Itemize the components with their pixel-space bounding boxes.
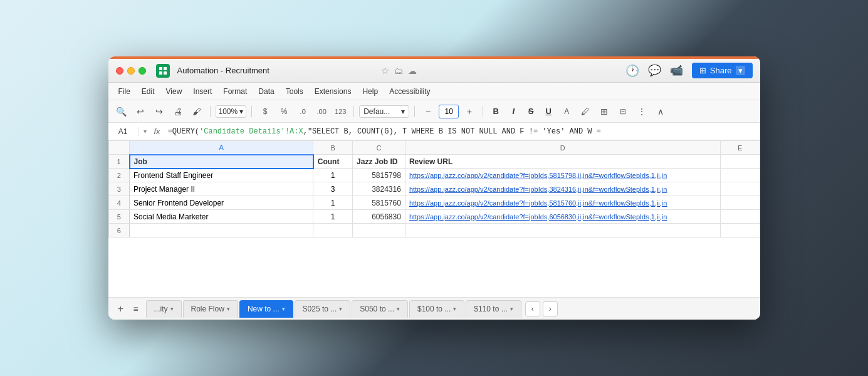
history-icon[interactable]: 🕐 xyxy=(625,64,639,78)
font-size-input[interactable]: 10 xyxy=(439,105,459,118)
cell-b4[interactable]: 1 xyxy=(313,196,353,210)
cell-e4[interactable] xyxy=(720,196,760,210)
menu-help[interactable]: Help xyxy=(357,85,383,98)
cell-b6[interactable] xyxy=(313,224,353,238)
sheet-tab-s025[interactable]: S025 to ... ▾ xyxy=(295,300,351,318)
tab-next-button[interactable]: › xyxy=(543,301,558,316)
text-color-btn[interactable]: A xyxy=(558,103,575,120)
cell-e5[interactable] xyxy=(720,210,760,224)
minimize-button[interactable] xyxy=(127,67,135,75)
menu-accessibility[interactable]: Accessibility xyxy=(384,85,435,98)
percent-btn[interactable]: % xyxy=(276,103,292,120)
tab-prev-button[interactable]: ‹ xyxy=(525,301,540,316)
cell-b5[interactable]: 1 xyxy=(313,210,353,224)
sheet-tab-roleflow[interactable]: Role Flow ▾ xyxy=(183,300,238,318)
print-btn[interactable]: 🖨 xyxy=(170,103,186,120)
menu-data[interactable]: Data xyxy=(253,85,279,98)
cell-a6[interactable] xyxy=(130,224,313,238)
folder-icon[interactable]: 🗂 xyxy=(394,66,403,76)
tab-label-s050: S050 to ... xyxy=(360,305,394,313)
col-header-e[interactable]: E xyxy=(720,141,760,155)
col-header-c[interactable]: C xyxy=(353,141,405,155)
add-sheet-button[interactable]: + xyxy=(113,301,128,316)
star-icon[interactable]: ☆ xyxy=(381,65,389,76)
cell-d5[interactable]: https://app.jazz.co/app/v2/candidate?f=j… xyxy=(405,210,720,224)
cell-d2[interactable]: https://app.jazz.co/app/v2/candidate?f=j… xyxy=(405,169,720,182)
col-header-d[interactable]: D xyxy=(405,141,720,155)
menu-view[interactable]: View xyxy=(161,85,187,98)
italic-btn[interactable]: I xyxy=(506,104,521,119)
underline-btn[interactable]: U xyxy=(541,104,556,119)
cell-b1[interactable]: Count xyxy=(313,155,353,169)
sheet-tab-100[interactable]: $100 to ... ▾ xyxy=(409,300,464,318)
cell-d6[interactable] xyxy=(405,224,720,238)
col-header-a[interactable]: A xyxy=(130,141,313,155)
search-btn[interactable]: 🔍 xyxy=(113,103,130,120)
redo-btn[interactable]: ↪ xyxy=(151,103,167,120)
sheet-tab-newto[interactable]: New to ... ▾ xyxy=(239,300,293,318)
comment-icon[interactable]: 💬 xyxy=(648,64,661,77)
cell-c3[interactable]: 3824316 xyxy=(353,182,405,196)
paint-format-btn[interactable]: 🖌 xyxy=(189,103,205,120)
cell-a1[interactable]: Job xyxy=(130,155,313,169)
cell-b2[interactable]: 1 xyxy=(313,169,353,182)
font-selector[interactable]: Defau... ▾ xyxy=(359,105,409,118)
formula-sheet-ref: 'Candidate Details'!A:X xyxy=(199,127,303,136)
sheet-tab-ity[interactable]: ...ity ▾ xyxy=(146,300,182,318)
cell-c5[interactable]: 6056830 xyxy=(353,210,405,224)
share-button[interactable]: ⊞ Share ▾ xyxy=(692,63,753,78)
number-format-btn[interactable]: 123 xyxy=(332,103,348,120)
decimal-increase-btn[interactable]: .00 xyxy=(313,103,330,120)
cell-b3[interactable]: 3 xyxy=(313,182,353,196)
font-size-decrease-btn[interactable]: − xyxy=(420,103,436,120)
cell-a5[interactable]: Social Media Marketer xyxy=(130,210,313,224)
collapse-btn[interactable]: ∧ xyxy=(652,103,669,120)
undo-btn[interactable]: ↩ xyxy=(132,103,149,120)
cell-e1[interactable] xyxy=(720,155,760,169)
cell-d3[interactable]: https://app.jazz.co/app/v2/candidate?f=j… xyxy=(405,182,720,196)
cell-e3[interactable] xyxy=(720,182,760,196)
strikethrough-btn[interactable]: S xyxy=(523,104,538,119)
cell-c4[interactable]: 5815760 xyxy=(353,196,405,210)
menu-format[interactable]: Format xyxy=(218,85,252,98)
zoom-select[interactable]: 100% ▾ xyxy=(216,105,247,118)
menu-file[interactable]: File xyxy=(113,85,135,98)
sheet-tab-110[interactable]: $110 to ... ▾ xyxy=(466,300,521,318)
menu-insert[interactable]: Insert xyxy=(188,85,217,98)
merge-btn[interactable]: ⊟ xyxy=(615,103,631,120)
cell-c1[interactable]: Jazz Job ID xyxy=(353,155,405,169)
cell-ref-arrow[interactable]: ▾ xyxy=(144,128,147,135)
decimal-decrease-btn[interactable]: .0 xyxy=(295,103,311,120)
spreadsheet: A B C D E 1 Job Count Jazz Job ID Review xyxy=(108,140,760,320)
tab-arrow-110: ▾ xyxy=(510,306,513,312)
tab-label-ity: ...ity xyxy=(154,305,168,313)
menu-tools[interactable]: Tools xyxy=(281,85,308,98)
menu-edit[interactable]: Edit xyxy=(137,85,160,98)
col-header-b[interactable]: B xyxy=(313,141,353,155)
cell-c6[interactable] xyxy=(353,224,405,238)
cell-reference[interactable]: A1 xyxy=(113,127,139,136)
meet-icon[interactable]: 📹 xyxy=(670,64,683,77)
maximize-button[interactable] xyxy=(139,67,146,75)
close-button[interactable] xyxy=(116,67,123,75)
highlight-btn[interactable]: 🖊 xyxy=(577,103,593,120)
currency-btn[interactable]: $ xyxy=(257,103,273,120)
cell-e2[interactable] xyxy=(720,169,760,182)
cell-a3[interactable]: Project Manager II xyxy=(130,182,313,196)
cell-a2[interactable]: Frontend Staff Engineer xyxy=(130,169,313,182)
menu-extensions[interactable]: Extensions xyxy=(310,85,357,98)
bold-btn[interactable]: B xyxy=(488,104,503,119)
font-name: Defau... xyxy=(363,107,390,116)
borders-btn[interactable]: ⊞ xyxy=(596,103,612,120)
cell-d1[interactable]: Review URL xyxy=(405,155,720,169)
more-btn[interactable]: ⋮ xyxy=(634,103,650,120)
sheet-list-button[interactable]: ≡ xyxy=(128,301,144,316)
cell-a4[interactable]: Senior Frontend Developer xyxy=(130,196,313,210)
cell-e6[interactable] xyxy=(720,224,760,238)
cell-d4[interactable]: https://app.jazz.co/app/v2/candidate?f=j… xyxy=(405,196,720,210)
cloud-icon[interactable]: ☁ xyxy=(408,66,417,76)
formula-input[interactable]: =QUERY('Candidate Details'!A:X,"SELECT B… xyxy=(168,127,755,136)
cell-c2[interactable]: 5815798 xyxy=(353,169,405,182)
font-size-increase-btn[interactable]: + xyxy=(461,103,478,120)
sheet-tab-s050[interactable]: S050 to ... ▾ xyxy=(352,300,408,318)
